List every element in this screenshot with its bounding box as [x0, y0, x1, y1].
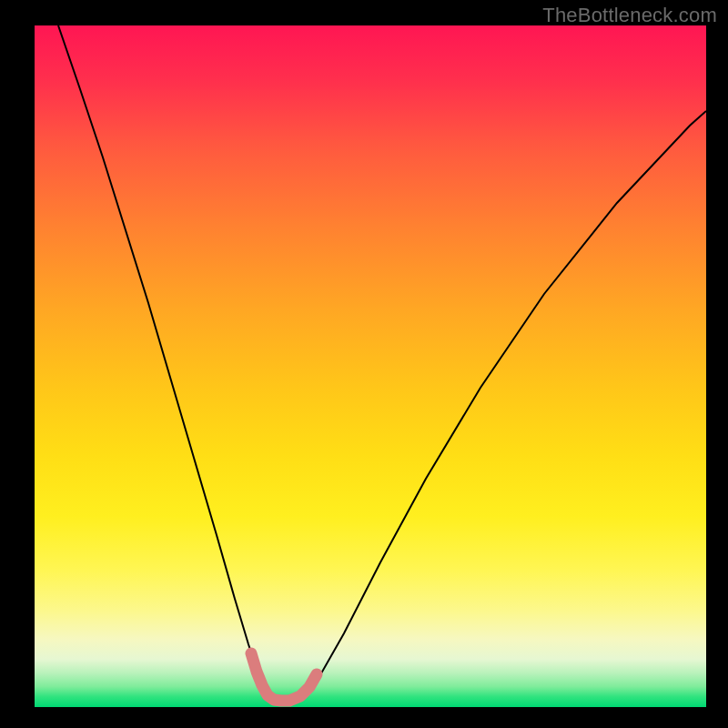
plot-area: [35, 25, 706, 707]
bottleneck-curve: [58, 25, 706, 701]
watermark-text: TheBottleneck.com: [542, 4, 717, 27]
highlight-segment: [251, 653, 317, 701]
chart-frame: TheBottleneck.com: [0, 0, 728, 728]
curve-svg: [35, 25, 706, 707]
